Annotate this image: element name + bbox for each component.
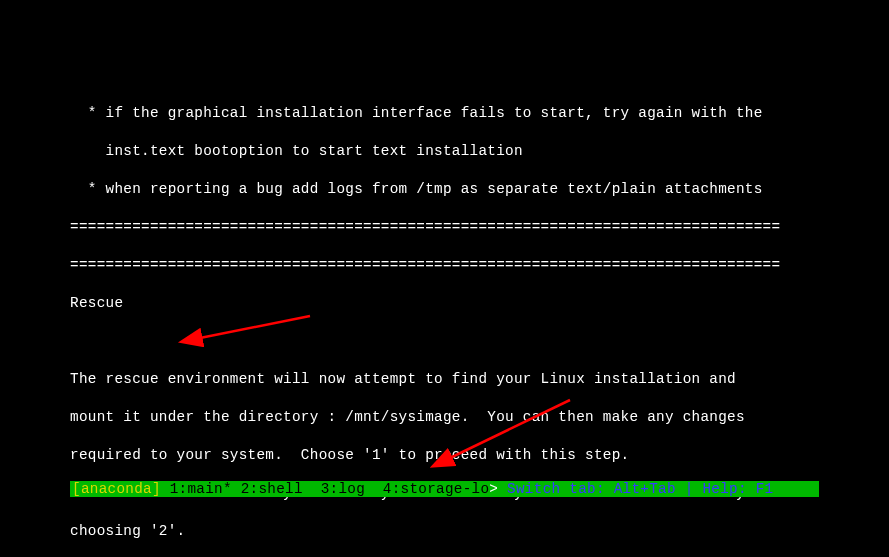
description-line: choosing '2'. <box>70 522 819 541</box>
status-bar: [anaconda] 1:main* 2:shell 3:log 4:stora… <box>70 481 819 497</box>
help-hint: Switch tab: Alt+Tab | Help: F1 <box>498 481 773 497</box>
description-line: mount it under the directory : /mnt/sysi… <box>70 408 819 427</box>
description-line: required to your system. Choose '1' to p… <box>70 446 819 465</box>
rescue-title: Rescue <box>70 294 819 313</box>
description-line: The rescue environment will now attempt … <box>70 370 819 389</box>
arrow-icon: > <box>489 481 498 497</box>
separator-line: ========================================… <box>70 218 819 237</box>
tab-list[interactable]: 1:main* 2:shell 3:log 4:storage-lo <box>161 481 490 497</box>
terminal-output: * if the graphical installation interfac… <box>0 0 889 557</box>
tip-line: * when reporting a bug add logs from /tm… <box>70 180 819 199</box>
anaconda-label: [anaconda] <box>72 481 161 497</box>
tip-line: inst.text bootoption to start text insta… <box>70 142 819 161</box>
blank-line <box>70 332 819 351</box>
separator-line: ========================================… <box>70 256 819 275</box>
tip-line: * if the graphical installation interfac… <box>70 104 819 123</box>
